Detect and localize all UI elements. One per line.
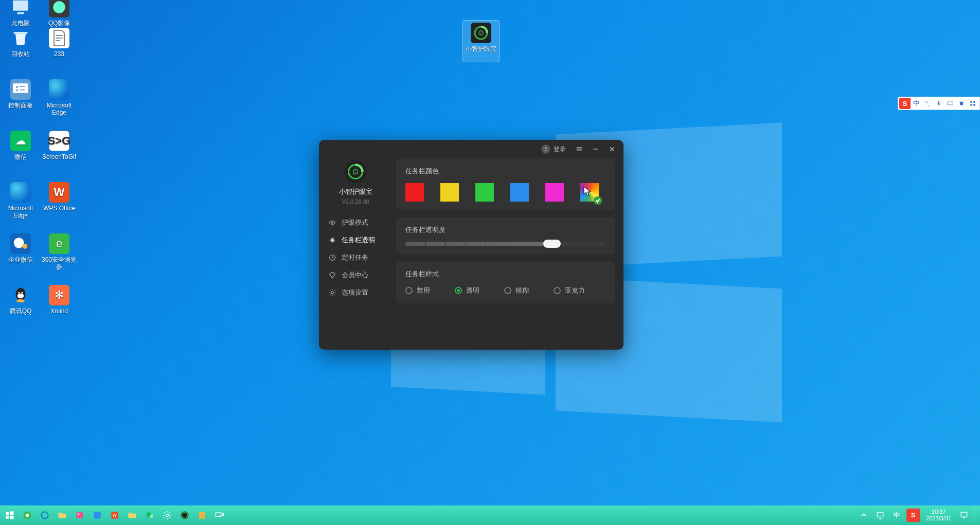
tb-files-icon[interactable] (126, 509, 139, 522)
tray-network-icon[interactable] (874, 509, 887, 522)
app-logo-icon (344, 160, 367, 183)
opacity-slider[interactable] (405, 242, 606, 246)
icon-label: Xmind (41, 307, 77, 322)
tb-paint-icon[interactable] (91, 509, 104, 522)
close-button[interactable] (606, 143, 618, 155)
nav-options[interactable]: 选项设置 (328, 284, 392, 301)
clock-icon (328, 254, 336, 262)
ime-mic-icon[interactable] (933, 98, 945, 109)
tb-settings-icon[interactable] (161, 509, 174, 522)
desktop-icon-edge-1[interactable]: Microsoft Edge (41, 79, 77, 116)
swatch-yellow[interactable] (440, 183, 459, 202)
svg-rect-46 (877, 513, 883, 517)
svg-rect-0 (13, 1, 28, 11)
desktop-icon-file-233[interactable]: 233 (41, 28, 77, 65)
ime-toolbar[interactable]: S 中 °, (898, 97, 980, 110)
taskbar-clock[interactable]: 10:37 2023/3/31 (923, 509, 954, 522)
tray-chevron-up-icon[interactable] (857, 509, 870, 522)
radio-blur[interactable]: 模糊 (504, 286, 529, 295)
nav-label: 任务栏透明 (342, 236, 375, 245)
desktop-icon-control-panel[interactable]: 控制面板 (3, 79, 39, 116)
desktop-icon-wechat[interactable]: ☁ 微信 (3, 131, 39, 168)
radio-transparent[interactable]: 透明 (455, 286, 479, 295)
sogou-logo-icon[interactable]: S (899, 98, 911, 109)
swatch-red[interactable] (405, 183, 424, 202)
nav-vip[interactable]: 会员中心 (328, 266, 392, 284)
ime-skin-icon[interactable] (956, 98, 967, 109)
login-button[interactable]: 登录 (541, 144, 566, 154)
ime-softkbd-icon[interactable] (945, 98, 956, 109)
desktop-icon-360[interactable]: e 360安全浏览器 (41, 233, 77, 270)
radio-disable[interactable]: 禁用 (405, 286, 430, 295)
check-icon (594, 196, 602, 205)
desktop-icon-qq[interactable]: 腾讯QQ (3, 285, 39, 322)
desktop-icon-wps[interactable]: W WPS Office (41, 182, 77, 219)
svg-point-31 (26, 514, 29, 517)
show-desktop-button[interactable] (974, 505, 978, 525)
tray-notification-icon[interactable] (957, 509, 971, 522)
radio-label: 模糊 (515, 286, 529, 295)
nav-taskbar[interactable]: 任务栏透明 (328, 231, 392, 249)
recycle-bin-icon (10, 28, 31, 48)
svg-rect-24 (970, 104, 972, 106)
color-swatches (405, 183, 606, 202)
svg-rect-23 (973, 101, 975, 103)
radio-acrylic[interactable]: 亚克力 (554, 286, 585, 295)
swatch-custom[interactable] (580, 183, 599, 202)
clock-time: 10:37 (926, 509, 951, 515)
nav-label: 定时任务 (342, 253, 368, 262)
xmind-icon: ✻ (49, 285, 69, 305)
tb-notes-icon[interactable] (195, 509, 209, 522)
desktop-icon-xmind[interactable]: ✻ Xmind (41, 285, 77, 322)
tb-360-icon[interactable] (21, 509, 34, 522)
tb-explorer-icon[interactable] (56, 509, 69, 522)
radio-dot-icon (455, 287, 462, 294)
svg-point-7 (16, 299, 25, 302)
desktop-icon-qywx[interactable]: 企业微信 (3, 233, 39, 270)
menu-button[interactable] (573, 143, 585, 155)
tb-wechat-icon[interactable] (143, 509, 156, 522)
svg-rect-28 (6, 516, 9, 519)
ime-lang[interactable]: 中 (911, 98, 922, 109)
tray-ime-zh[interactable]: 中 (890, 509, 903, 522)
ime-menu-icon[interactable] (967, 98, 978, 109)
nav-label: 会员中心 (342, 270, 368, 280)
diamond-icon (328, 271, 336, 279)
tb-taskview-icon[interactable] (213, 509, 226, 522)
start-button[interactable] (3, 509, 16, 522)
control-panel-icon (10, 79, 31, 100)
swatch-green[interactable] (475, 183, 494, 202)
tb-photos-icon[interactable] (73, 509, 86, 522)
minimize-button[interactable] (590, 143, 602, 155)
radio-label: 禁用 (417, 286, 430, 295)
login-label: 登录 (554, 145, 566, 154)
desktop-icon-recycle-bin[interactable]: 回收站 (3, 28, 39, 65)
ime-punct-icon[interactable]: °, (922, 98, 933, 109)
desktop-icon-edge-2[interactable]: Microsoft Edge (3, 182, 39, 219)
svg-point-19 (331, 292, 333, 294)
app-icon (471, 23, 491, 43)
nav-mode[interactable]: 护眼模式 (328, 214, 392, 231)
gear-icon (328, 288, 336, 297)
svg-rect-35 (94, 512, 100, 518)
svg-rect-25 (973, 104, 975, 106)
desktop-icon-screentogif[interactable]: S>G ScreenToGif (41, 131, 77, 168)
tray-sogou-icon[interactable]: S (906, 509, 920, 522)
radio-dot-icon (405, 287, 413, 294)
tb-cortana-icon[interactable] (38, 509, 51, 522)
svg-point-4 (22, 244, 27, 249)
svg-rect-43 (199, 512, 205, 518)
system-tray: 中 S (857, 509, 920, 522)
tb-app-icon[interactable] (178, 509, 191, 522)
sparkle-icon (328, 236, 336, 244)
svg-point-32 (41, 512, 48, 518)
desktop-icon-app-shortcut[interactable]: 小智护眼宝 (463, 21, 499, 62)
qiye-wechat-icon (10, 233, 31, 254)
nav-schedule[interactable]: 定时任务 (328, 249, 392, 266)
tb-wps-icon[interactable]: W (108, 509, 121, 522)
swatch-blue[interactable] (510, 183, 529, 202)
swatch-magenta[interactable] (545, 183, 564, 202)
titlebar[interactable]: 登录 (319, 140, 623, 158)
slider-thumb[interactable] (543, 240, 561, 248)
svg-rect-29 (10, 516, 14, 519)
